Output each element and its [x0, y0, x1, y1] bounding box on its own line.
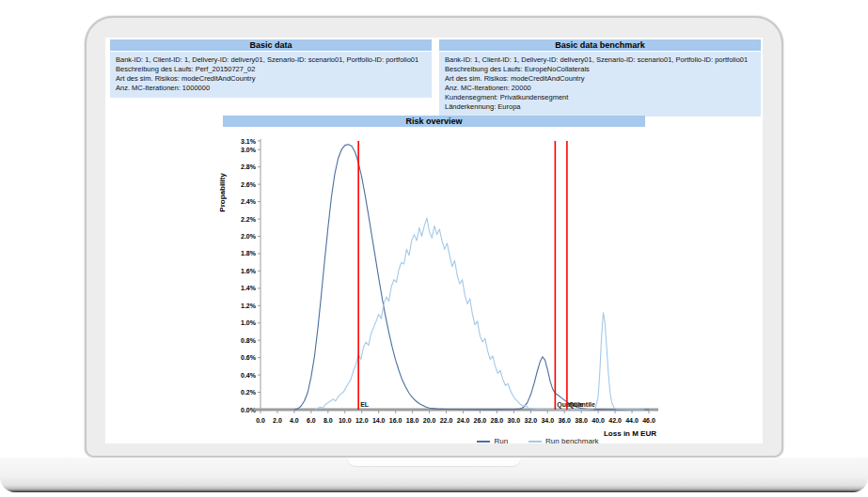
svg-text:1.4%: 1.4% [241, 285, 257, 291]
basic-data-benchmark-body: Bank-ID: 1, Client-ID: 1, Delivery-ID: d… [439, 52, 761, 116]
svg-text:14.0: 14.0 [372, 417, 386, 424]
chart-legend: Run Run benchmark [425, 437, 651, 443]
svg-text:12.0: 12.0 [355, 417, 369, 424]
svg-text:32.0: 32.0 [524, 417, 537, 424]
basic-data-benchmark-header: Basic data benchmark [439, 39, 761, 51]
benchmark-line: Kundensegment: Privatkundensegment [445, 93, 755, 102]
run-line-swatch [477, 441, 490, 443]
legend-label-run: Run [494, 437, 508, 443]
svg-text:0.0: 0.0 [256, 417, 265, 424]
svg-text:0.6%: 0.6% [241, 354, 257, 361]
laptop-mockup: Basic data Bank-ID: 1, Client-ID: 1, Del… [0, 0, 868, 497]
svg-text:EL: EL [360, 401, 370, 408]
svg-text:0.4%: 0.4% [241, 372, 257, 379]
laptop-base [0, 458, 868, 492]
svg-text:40.0: 40.0 [592, 417, 605, 424]
svg-text:24.0: 24.0 [457, 417, 470, 424]
svg-text:Propability: Propability [218, 173, 227, 212]
svg-text:22.0: 22.0 [440, 417, 453, 424]
basic-data-line: Anz. MC-Iterationen: 1000000 [116, 84, 426, 93]
svg-text:2.0: 2.0 [273, 417, 282, 424]
svg-text:0.2%: 0.2% [241, 389, 257, 396]
svg-text:38.0: 38.0 [575, 417, 588, 424]
benchmark-line: Bank-ID: 1, Client-ID: 1, Delivery-ID: d… [445, 55, 755, 65]
risk-chart: 0.0%0.2%0.4%0.6%0.8%1.0%1.2%1.4%1.6%1.8%… [212, 133, 663, 443]
basic-data-line: Art des sim. Risikos: modeCreditAndCount… [116, 74, 426, 84]
svg-text:1.0%: 1.0% [241, 319, 257, 326]
svg-text:46.0: 46.0 [642, 417, 655, 424]
svg-text:3.0%: 3.0% [241, 147, 257, 153]
svg-text:26.0: 26.0 [474, 417, 487, 424]
basic-data-panel: Basic data Bank-ID: 1, Client-ID: 1, Del… [110, 39, 432, 98]
run-benchmark-line-swatch [529, 441, 542, 443]
svg-text:44.0: 44.0 [625, 417, 639, 424]
benchmark-line: Länderkennung: Europa [445, 102, 755, 112]
laptop-screen: Basic data Bank-ID: 1, Client-ID: 1, Del… [105, 38, 763, 443]
svg-text:42.0: 42.0 [608, 417, 622, 424]
svg-text:1.6%: 1.6% [241, 268, 257, 274]
basic-data-body: Bank-ID: 1, Client-ID: 1, Delivery-ID: d… [110, 52, 432, 98]
svg-text:1.8%: 1.8% [241, 250, 257, 256]
legend-label-run-benchmark: Run benchmark [545, 437, 598, 443]
svg-text:2.2%: 2.2% [241, 216, 257, 223]
benchmark-line: Anz. MC-Iterationen: 20000 [445, 84, 755, 93]
svg-text:6.0: 6.0 [307, 417, 316, 424]
svg-text:4.0: 4.0 [290, 417, 299, 424]
svg-text:16.0: 16.0 [389, 417, 402, 424]
risk-overview-header: Risk overview [223, 116, 645, 127]
basic-data-header: Basic data [110, 39, 432, 51]
svg-text:3.1%: 3.1% [241, 138, 257, 145]
svg-text:34.0: 34.0 [541, 417, 554, 424]
basic-data-benchmark-panel: Basic data benchmark Bank-ID: 1, Client-… [439, 39, 761, 116]
svg-text:28.0: 28.0 [491, 417, 504, 424]
basic-data-line: Beschreibung des Laufs: Perf_20150727_02 [116, 65, 426, 74]
svg-text:2.4%: 2.4% [241, 198, 257, 205]
benchmark-line: Beschreibung des Laufs: EuropeNoCollater… [445, 65, 755, 74]
svg-text:36.0: 36.0 [558, 417, 571, 424]
benchmark-line: Art des sim. Risikos: modeCreditAndCount… [445, 74, 755, 84]
svg-text:2.8%: 2.8% [241, 163, 257, 170]
svg-text:Quantile: Quantile [569, 401, 595, 409]
svg-text:0.8%: 0.8% [241, 337, 257, 344]
svg-text:8.0: 8.0 [324, 417, 333, 424]
laptop-base-notch [347, 458, 521, 466]
legend-item-run: Run [477, 437, 508, 443]
svg-text:30.0: 30.0 [508, 417, 521, 424]
svg-text:1.2%: 1.2% [241, 303, 257, 309]
legend-item-run-benchmark: Run benchmark [529, 437, 598, 443]
svg-text:18.0: 18.0 [406, 417, 419, 424]
svg-text:2.0%: 2.0% [241, 233, 257, 240]
basic-data-line: Bank-ID: 1, Client-ID: 1, Delivery-ID: d… [116, 55, 426, 65]
svg-text:20.0: 20.0 [423, 417, 436, 424]
svg-text:10.0: 10.0 [339, 417, 352, 424]
svg-text:2.6%: 2.6% [241, 181, 257, 188]
